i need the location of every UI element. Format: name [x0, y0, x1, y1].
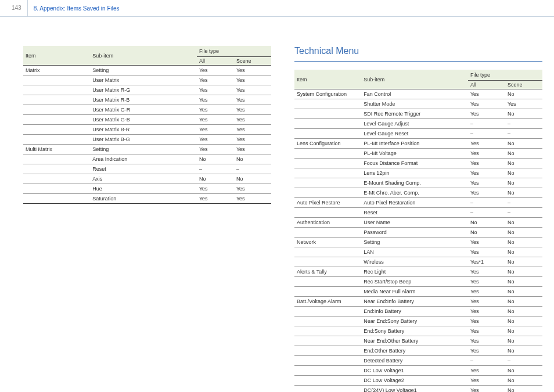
- table-row: Lens ConfigurationPL-Mt Interface Positi…: [294, 139, 542, 149]
- cell-item: [23, 174, 90, 184]
- cell-scene: No: [505, 386, 542, 393]
- right-column: Technical Menu Item Sub-item File type A…: [294, 46, 542, 392]
- th-scene: Scene: [234, 57, 271, 66]
- cell-all: Yes: [468, 149, 505, 159]
- cell-all: Yes: [468, 317, 505, 326]
- cell-all: –: [468, 129, 505, 139]
- cell-scene: No: [505, 238, 542, 247]
- table-row: PL-Mt VoltageYesNo: [294, 149, 542, 159]
- cell-subitem: Detected Battery: [361, 356, 468, 366]
- cell-subitem: SDI Rec Remote Trigger: [361, 109, 468, 119]
- cell-all: Yes: [468, 89, 505, 99]
- cell-all: Yes: [197, 95, 234, 105]
- cell-item: [294, 346, 361, 356]
- cell-all: –: [468, 208, 505, 218]
- cell-all: Yes: [468, 277, 505, 287]
- table-row: DC(24V) Low Voltage1YesNo: [294, 386, 542, 393]
- cell-subitem: Near End:Other Battery: [361, 336, 468, 346]
- table-row: User MatrixYesYes: [23, 75, 271, 85]
- cell-item: Matrix: [23, 66, 90, 75]
- cell-scene: –: [505, 129, 542, 139]
- cell-item: [294, 208, 361, 218]
- cell-all: Yes: [468, 238, 505, 247]
- cell-item: [23, 135, 90, 145]
- cell-subitem: DC(24V) Low Voltage1: [361, 386, 468, 393]
- cell-item: [23, 95, 90, 105]
- cell-all: Yes*1: [468, 257, 505, 267]
- cell-all: Yes: [468, 326, 505, 336]
- cell-scene: No: [505, 277, 542, 287]
- cell-scene: No: [505, 159, 542, 168]
- cell-all: Yes: [468, 307, 505, 317]
- cell-scene: Yes: [234, 194, 271, 204]
- table-row: Reset––: [294, 208, 542, 218]
- table-row: Focus Distance FormatYesNo: [294, 159, 542, 168]
- cell-all: Yes: [197, 115, 234, 125]
- cell-subitem: Media Near Full Alarm: [361, 287, 468, 297]
- cell-all: Yes: [468, 297, 505, 307]
- cell-item: [294, 99, 361, 109]
- cell-subitem: Setting: [361, 238, 468, 247]
- table-row: Level Gauge Adjust––: [294, 119, 542, 129]
- cell-all: No: [468, 228, 505, 238]
- cell-scene: –: [234, 164, 271, 174]
- th-filetype: File type: [468, 70, 542, 81]
- cell-subitem: Reset: [90, 164, 197, 174]
- cell-item: [294, 159, 361, 168]
- cell-subitem: User Matrix B-G: [90, 135, 197, 145]
- cell-subitem: Lens 12pin: [361, 168, 468, 178]
- cell-scene: No: [505, 336, 542, 346]
- cell-item: [294, 129, 361, 139]
- th-all: All: [197, 57, 234, 66]
- table-row: End:Sony BatteryYesNo: [294, 326, 542, 336]
- cell-all: Yes: [468, 168, 505, 178]
- table-row: AuthenticationUser NameNoNo: [294, 218, 542, 228]
- cell-scene: No: [505, 376, 542, 386]
- cell-item: [294, 257, 361, 267]
- table-row: E-Mount Shading Comp.YesNo: [294, 178, 542, 188]
- cell-scene: Yes: [234, 115, 271, 125]
- cell-scene: No: [505, 178, 542, 188]
- cell-subitem: DC Low Voltage2: [361, 376, 468, 386]
- cell-scene: No: [505, 149, 542, 159]
- cell-item: [294, 326, 361, 336]
- cell-subitem: E-Mt Chro. Aber. Comp.: [361, 188, 468, 198]
- breadcrumb[interactable]: 8. Appendix: Items Saved in Files: [28, 5, 120, 12]
- page-number: 143: [0, 0, 28, 16]
- table-row: Area IndicationNoNo: [23, 154, 271, 164]
- table-row: SaturationYesYes: [23, 194, 271, 204]
- cell-all: Yes: [468, 287, 505, 297]
- cell-subitem: Rec Start/Stop Beep: [361, 277, 468, 287]
- th-item: Item: [294, 70, 361, 89]
- cell-item: [294, 277, 361, 287]
- cell-scene: No: [505, 346, 542, 356]
- table-row: User Matrix R-BYesYes: [23, 95, 271, 105]
- cell-all: Yes: [468, 159, 505, 168]
- table-row: SDI Rec Remote TriggerYesNo: [294, 109, 542, 119]
- cell-item: [294, 247, 361, 257]
- cell-scene: No: [505, 89, 542, 99]
- cell-all: –: [197, 164, 234, 174]
- cell-item: [294, 119, 361, 129]
- left-column: Item Sub-item File type All Scene Matrix…: [23, 46, 271, 392]
- cell-all: –: [468, 356, 505, 366]
- cell-item: [23, 164, 90, 174]
- cell-scene: –: [505, 356, 542, 366]
- page-header: 143 8. Appendix: Items Saved in Files: [0, 0, 554, 17]
- cell-scene: Yes: [234, 125, 271, 135]
- table-row: Lens 12pinYesNo: [294, 168, 542, 178]
- cell-scene: –: [505, 119, 542, 129]
- cell-subitem: End:Other Battery: [361, 346, 468, 356]
- cell-item: [23, 115, 90, 125]
- cell-all: Yes: [197, 66, 234, 75]
- cell-item: Alerts & Tally: [294, 267, 361, 277]
- cell-scene: No: [505, 307, 542, 317]
- cell-all: Yes: [197, 85, 234, 95]
- cell-scene: No: [505, 326, 542, 336]
- cell-subitem: Shutter Mode: [361, 99, 468, 109]
- right-table: Item Sub-item File type All Scene System…: [294, 70, 542, 392]
- cell-scene: No: [505, 218, 542, 228]
- cell-scene: Yes: [234, 66, 271, 75]
- cell-scene: –: [505, 208, 542, 218]
- cell-subitem: PL-Mt Voltage: [361, 149, 468, 159]
